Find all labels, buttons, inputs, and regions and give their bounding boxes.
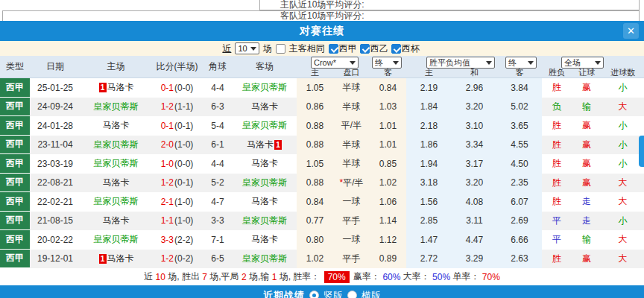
corner-score: 5-2 [203, 174, 233, 193]
odds-away: 1.01 [370, 136, 406, 155]
league-checkbox[interactable] [329, 44, 338, 54]
odds-handicap: 一球 [333, 230, 370, 250]
odds-final-select[interactable]: 终 [372, 57, 402, 69]
team-name: 皇家贝蒂斯 [94, 233, 139, 246]
handicap-text: 半球 [343, 157, 361, 170]
result-cell: 胜 [542, 192, 572, 212]
halftime-score: (0-1) [174, 177, 193, 188]
odds-home: 1.02 [297, 250, 333, 269]
avg-final-select[interactable]: 终 [505, 57, 537, 69]
summary-segment: 2 [242, 272, 247, 282]
table-row: 西甲21-08-15马洛卡1-1(1-0)3-3皇家贝蒂斯0.77平手1.142… [0, 212, 644, 231]
odds-home: 0.80 [297, 230, 333, 250]
league-checkbox[interactable] [360, 44, 370, 54]
date-cell: 19-12-01 [30, 250, 80, 269]
odds-away: 1.01 [370, 116, 406, 136]
header-odds-group: Crow* 终 主 盘口 客 [297, 56, 406, 77]
fulltime-score: 3-3 [161, 235, 174, 245]
scrollbar-handle[interactable] [639, 136, 644, 167]
corner-score: 4-4 [203, 154, 233, 174]
layout-horizontal-label: 横版 [362, 289, 381, 298]
date-cell: 22-08-21 [30, 174, 80, 193]
avg-away: 4.50 [497, 154, 542, 174]
avg-away: 2.69 [497, 212, 542, 231]
date-cell: 20-02-22 [30, 230, 80, 250]
fulltime-score: 1-2 [161, 101, 174, 112]
match-count-select[interactable]: 10 [235, 42, 259, 54]
red-card-badge: 1 [99, 254, 107, 264]
summary-segment: 单率： [450, 270, 482, 283]
summary-segment: 1 [272, 272, 277, 282]
fulltime-score: 2-1 [161, 197, 174, 207]
halftime-score: (1-0) [174, 215, 193, 226]
league-checkbox[interactable] [391, 44, 401, 54]
team-name: 皇家贝蒂斯 [242, 215, 287, 227]
team-name: 马洛卡 [251, 101, 278, 113]
avg-home: 1.94 [406, 154, 452, 174]
league-cell: 西甲 [0, 192, 30, 212]
date-cell: 23-11-04 [30, 136, 80, 155]
match-score: 0-1(0-0) [151, 78, 203, 98]
handicap-text: 半球 [343, 101, 361, 113]
result-cell: 平 [542, 230, 572, 250]
goals-cell: 大 [602, 192, 644, 212]
halftime-score: (1-0) [174, 197, 193, 207]
odds-final-value: 终 [375, 57, 383, 69]
match-score: 1-0(0-0) [151, 154, 203, 174]
odds-handicap: 平/半 [333, 116, 370, 136]
odds-handicap: 一球 [333, 192, 370, 212]
handicap-text: 一球 [343, 195, 361, 208]
goals-cell: 大 [602, 98, 644, 117]
home-team: 1马洛卡 [80, 78, 151, 98]
same-home-away-checkbox[interactable] [276, 44, 285, 54]
summary-segment: 70% [324, 271, 350, 283]
handicap-result-cell: 赢 [572, 154, 602, 174]
avg-draw: 3.11 [452, 212, 497, 231]
summary-segment: 场,输 [247, 270, 272, 283]
odds-away: 1.06 [370, 192, 406, 212]
date-cell: 22-02-21 [30, 192, 80, 212]
handicap-result-cell: 赢 [572, 78, 602, 98]
subheader-handicap-result: 让球 [572, 68, 602, 77]
avg-away: 2.63 [497, 250, 542, 269]
team-name: 皇家贝蒂斯 [242, 177, 287, 189]
avg-draw: 3.29 [452, 250, 497, 269]
subheader-odds-home: 主 [297, 68, 333, 77]
summary-segment: 70% [482, 272, 500, 282]
table-row: 西甲22-08-21马洛卡1-2(0-1)5-2皇家贝蒂斯0.88*平/半1.0… [0, 174, 644, 193]
avg-select[interactable]: 胜平负均值 [426, 57, 495, 69]
avg-home: 2.72 [406, 250, 452, 269]
recent-results-bar: 近期战绩 竖版 横版 [0, 285, 644, 298]
league-cell: 西甲 [0, 250, 30, 269]
avg-draw: 4.47 [452, 230, 497, 250]
header-corner: 角球 [203, 56, 233, 77]
goals-cell: 大 [602, 174, 644, 193]
result-cell: 胜 [542, 174, 572, 193]
avg-away: 6.66 [497, 230, 542, 250]
modal-title: 对赛往绩 [300, 25, 344, 38]
league-cell: 西甲 [0, 98, 30, 117]
bg-row-away-rating: 客队近10场平均评分: [0, 10, 644, 21]
handicap-text: 半球 [343, 81, 361, 94]
handicap-text: 平手 [343, 215, 361, 227]
halftime-score: (0-0) [174, 159, 193, 169]
close-button[interactable]: ✕ [623, 23, 639, 39]
away-team: 皇家贝蒂斯 [233, 78, 297, 98]
avg-home: 1.47 [406, 230, 452, 250]
summary-segment: 场, 胜率： [277, 270, 322, 283]
corner-score: 5-4 [203, 116, 233, 136]
fulltime-score: 1-1 [161, 215, 174, 226]
avg-final-value: 终 [508, 57, 517, 69]
layout-radio-vertical[interactable] [309, 291, 319, 298]
avg-home: 2.18 [406, 116, 452, 136]
home-team: 皇家贝蒂斯 [80, 136, 151, 155]
date-cell: 23-03-19 [30, 154, 80, 174]
summary-segment: 场,平局 [207, 270, 242, 283]
avg-draw: 3.10 [452, 116, 497, 136]
scope-select[interactable]: 全场 [561, 57, 604, 69]
avg-home: 1.84 [406, 98, 452, 117]
table-row: 西甲19-12-011马洛卡1-2(0-2)6-5皇家贝蒂斯1.02平手0.89… [0, 250, 644, 269]
odds-company-select[interactable]: Crow* [311, 57, 359, 69]
layout-radio-horizontal[interactable] [347, 291, 357, 298]
team-name: 马洛卡 [103, 119, 130, 132]
